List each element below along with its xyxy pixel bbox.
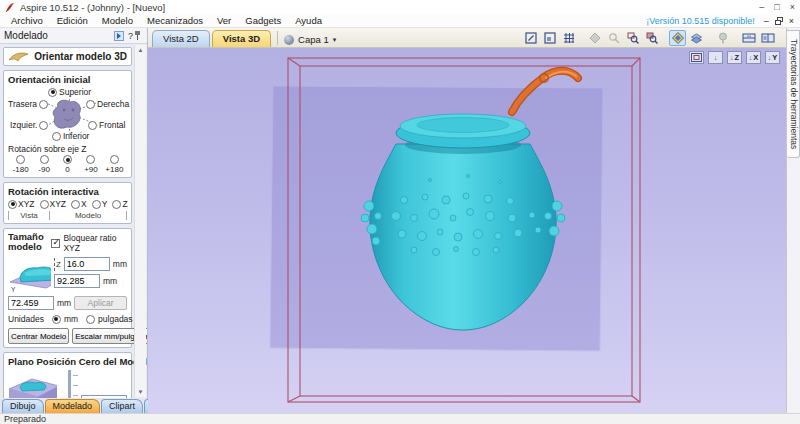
size-z-input[interactable] bbox=[64, 257, 110, 271]
menu-modelo[interactable]: Modelo bbox=[95, 15, 140, 26]
ir-label-z: Z bbox=[122, 199, 127, 209]
help-icon[interactable]: ? bbox=[128, 31, 133, 41]
close-button[interactable]: × bbox=[790, 2, 795, 12]
tab-dibujo[interactable]: Dibujo bbox=[2, 399, 44, 413]
view-toolbar bbox=[522, 30, 776, 46]
pan-icon[interactable] bbox=[586, 30, 603, 46]
snap-grid-icon[interactable] bbox=[560, 30, 577, 46]
view-tab-bar: Vista 2D Vista 3D Capa 1 ▾ bbox=[148, 28, 786, 48]
3d-scene bbox=[148, 48, 786, 413]
plan-view-icon[interactable]: ↓ bbox=[708, 51, 723, 64]
toggle-3d-view-icon[interactable] bbox=[669, 30, 686, 46]
tile-windows-vertical-icon[interactable] bbox=[759, 30, 776, 46]
right-panel-strip: Trayectorias de herramientas bbox=[786, 28, 800, 413]
ir-radio-z[interactable] bbox=[112, 200, 121, 209]
app-window: Aspire 10.512 - (Johnny) - [Nuevo] – □ ×… bbox=[0, 0, 800, 424]
layers-icon[interactable] bbox=[688, 30, 705, 46]
orientation-radio-izquier[interactable] bbox=[39, 121, 48, 130]
ir-radio-xyz-view[interactable] bbox=[8, 200, 17, 209]
view-y-icon[interactable]: ↓Y bbox=[765, 51, 780, 64]
rotz-radio-0[interactable] bbox=[63, 155, 72, 164]
orientation-label-inferior: Inferior bbox=[63, 131, 89, 141]
menu-gadgets[interactable]: Gadgets bbox=[238, 15, 288, 26]
size-x-input[interactable] bbox=[54, 274, 100, 288]
rotz-label-0: 0 bbox=[65, 165, 69, 174]
panel-scrollbar[interactable]: ▲ ▼ bbox=[134, 45, 146, 397]
rotz-radio-plus180[interactable] bbox=[110, 155, 119, 164]
scroll-up-icon[interactable]: ▲ bbox=[138, 47, 144, 53]
tab-vista-3d[interactable]: Vista 3D bbox=[212, 30, 271, 47]
menu-ver[interactable]: Ver bbox=[210, 15, 238, 26]
scroll-down-icon[interactable]: ▼ bbox=[138, 389, 144, 395]
zero-plane-title: Plano Posición Cero del Modelo bbox=[8, 356, 127, 367]
view-x-icon[interactable]: ↓X bbox=[746, 51, 761, 64]
lock-ratio-checkbox[interactable] bbox=[51, 239, 60, 248]
ir-label-xyz-model: XYZ bbox=[50, 199, 67, 209]
zoom-box-icon[interactable] bbox=[624, 30, 641, 46]
orientation-radio-frontal[interactable] bbox=[88, 121, 97, 130]
layer-dropdown[interactable]: Capa 1 ▾ bbox=[284, 34, 336, 45]
axis-z-label: Z bbox=[56, 260, 61, 269]
zero-plane-thumbnail bbox=[8, 371, 57, 398]
orientation-label-izquier: Izquier. bbox=[10, 120, 37, 130]
depth-input[interactable] bbox=[81, 395, 127, 398]
unit-mm-radio[interactable] bbox=[52, 315, 61, 324]
mdi-restore-button[interactable] bbox=[775, 17, 783, 25]
orientation-label-trasera: Trasera bbox=[8, 99, 37, 109]
zero-plane-slider[interactable] bbox=[61, 369, 77, 398]
ir-label-xyz-view: XYZ bbox=[18, 199, 35, 209]
rotz-radio-minus180[interactable] bbox=[16, 155, 25, 164]
orientation-radio-superior[interactable] bbox=[48, 88, 57, 97]
apply-button[interactable]: Aplicar bbox=[74, 296, 127, 310]
view-z-icon[interactable]: ↓Z bbox=[727, 51, 742, 64]
globe-icon bbox=[284, 35, 294, 45]
center-model-button[interactable]: Centrar Modelo bbox=[8, 328, 69, 344]
orient-model-label: Orientar modelo 3D bbox=[34, 51, 127, 62]
version-update-link[interactable]: ¡Versión 10.515 disponible! bbox=[646, 16, 755, 26]
fit-selection-icon[interactable] bbox=[541, 30, 558, 46]
size-y-input[interactable] bbox=[8, 296, 54, 310]
lock-ratio-label: Bloquear ratio XYZ bbox=[63, 233, 127, 253]
maximize-button[interactable]: □ bbox=[774, 2, 779, 12]
orientation-label-derecha: Derecha bbox=[97, 99, 129, 109]
menu-edicion[interactable]: Edición bbox=[50, 15, 95, 26]
orient-model-section[interactable]: Orientar modelo 3D bbox=[3, 47, 132, 66]
minimize-button[interactable]: – bbox=[759, 2, 764, 12]
ir-scope-model: Modelo bbox=[50, 211, 127, 220]
tab-modelado[interactable]: Modelado bbox=[45, 399, 101, 413]
menu-archivo[interactable]: Archivo bbox=[4, 15, 50, 26]
title-bar: Aspire 10.512 - (Johnny) - [Nuevo] – □ × bbox=[0, 0, 800, 14]
menu-ayuda[interactable]: Ayuda bbox=[288, 15, 329, 26]
rotz-radio-minus90[interactable] bbox=[40, 155, 49, 164]
material-icon[interactable] bbox=[714, 30, 731, 46]
ir-radio-xyz-model[interactable] bbox=[40, 200, 49, 209]
mdi-close-button[interactable]: × bbox=[789, 16, 794, 26]
size-z-unit: mm bbox=[113, 259, 127, 269]
tab-clipart[interactable]: Clipart bbox=[101, 399, 143, 413]
modeling-panel: Modelado ? Orientar modelo 3D Orientació… bbox=[0, 28, 148, 413]
toolpaths-tab[interactable]: Trayectorias de herramientas bbox=[787, 30, 800, 158]
menu-mecanizados[interactable]: Mecanizados bbox=[140, 15, 210, 26]
mdi-minimize-button[interactable]: – bbox=[764, 16, 769, 26]
tab-vista-2d[interactable]: Vista 2D bbox=[152, 30, 210, 47]
rotz-radio-plus90[interactable] bbox=[86, 155, 95, 164]
3d-viewport[interactable]: ↓ ↓Z ↓X ↓Y bbox=[148, 48, 786, 413]
panel-switch-icon[interactable] bbox=[114, 31, 124, 41]
zoom-icon[interactable] bbox=[605, 30, 622, 46]
orientation-radio-trasera[interactable] bbox=[39, 100, 48, 109]
orientation-radio-inferior[interactable] bbox=[52, 132, 61, 141]
unit-inches-radio[interactable] bbox=[86, 315, 95, 324]
orientation-title: Orientación inicial bbox=[8, 74, 127, 85]
tile-windows-2d3d-icon[interactable] bbox=[740, 30, 757, 46]
iso-view-icon[interactable] bbox=[689, 51, 704, 64]
ir-radio-y[interactable] bbox=[92, 200, 101, 209]
pin-icon[interactable] bbox=[137, 31, 143, 40]
fit-drawing-icon[interactable] bbox=[522, 30, 539, 46]
rotz-label-minus90: -90 bbox=[38, 165, 50, 174]
zoom-selected-icon[interactable] bbox=[643, 30, 660, 46]
ir-radio-x[interactable] bbox=[71, 200, 80, 209]
status-bar: Preparado bbox=[0, 413, 800, 424]
orientation-radio-derecha[interactable] bbox=[86, 100, 95, 109]
rotz-label-plus180: +180 bbox=[105, 165, 123, 174]
initial-orientation-group: Orientación inicial Superior T bbox=[3, 70, 132, 178]
